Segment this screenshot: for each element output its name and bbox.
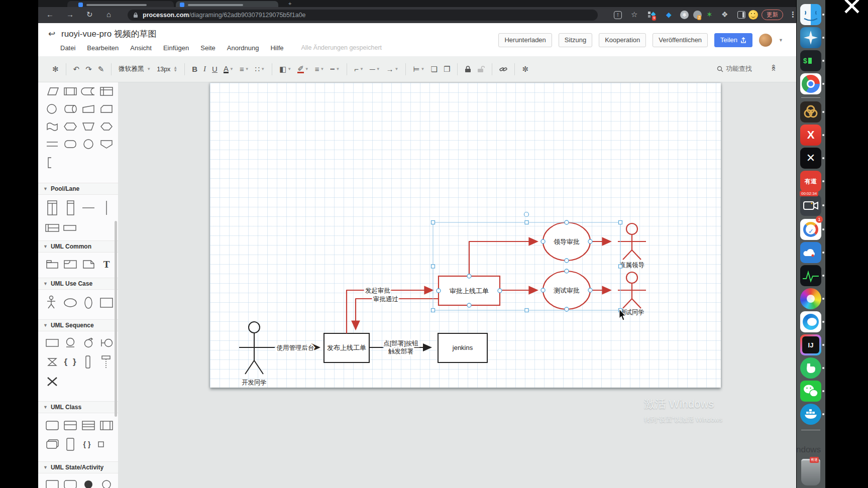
font-family-select[interactable]: 微软雅黑▼: [119, 65, 151, 73]
diagram-page[interactable]: [210, 83, 721, 388]
shape-class-side-compartment[interactable]: [98, 419, 115, 432]
line-dash-button[interactable]: ┅▼: [330, 65, 340, 74]
link-button[interactable]: [499, 66, 507, 73]
bring-forward-button[interactable]: ❏: [430, 65, 437, 74]
shape-internal-storage[interactable]: [98, 84, 115, 98]
dock-monitor-app-icon[interactable]: [800, 265, 821, 286]
menu-hilfe[interactable]: Hilfe: [270, 44, 283, 52]
section-uml-sequence[interactable]: ▼UML Sequence: [38, 319, 118, 331]
dock-cloud-app-icon[interactable]: [800, 242, 821, 263]
bookmark-star-icon[interactable]: ☆: [631, 10, 637, 19]
shape-card[interactable]: [98, 102, 115, 115]
new-tab-button[interactable]: +: [288, 1, 291, 7]
dock-edge-browser-icon[interactable]: [800, 311, 821, 332]
shape-horizontal-divider[interactable]: [80, 201, 96, 215]
shape-activation-bar[interactable]: [80, 353, 96, 371]
line-width-button[interactable]: ≡▼: [315, 65, 324, 73]
bold-button[interactable]: B: [192, 65, 197, 73]
dock-recorder-icon[interactable]: [800, 195, 821, 216]
shape-direct-data[interactable]: [62, 102, 78, 115]
dock-docker-icon[interactable]: [800, 404, 821, 425]
dock-intellij-icon[interactable]: IJ: [800, 334, 821, 355]
menu-bearbeiten[interactable]: Bearbeiten: [87, 44, 119, 52]
shape-actor[interactable]: [44, 294, 60, 311]
shape-circle-small[interactable]: [80, 137, 96, 151]
shape-initial-node[interactable]: [80, 477, 96, 488]
browser-tab[interactable]: [67, 1, 174, 7]
dock-finder-icon[interactable]: [800, 4, 821, 25]
shape-parallelogram[interactable]: [44, 84, 60, 98]
browser-menu-icon[interactable]: ⋮: [789, 10, 797, 19]
text-align-button[interactable]: ≡▼: [240, 65, 249, 73]
shape-state-rect2[interactable]: [62, 477, 78, 488]
shape-subject-rect[interactable]: [98, 296, 115, 310]
shape-class-2compartment[interactable]: [62, 419, 78, 432]
shape-note[interactable]: [80, 257, 96, 271]
shape-destroy-x[interactable]: [44, 375, 60, 388]
update-button[interactable]: 更新: [762, 10, 783, 20]
shape-bracket[interactable]: [44, 156, 60, 170]
section-uml-state-activity[interactable]: ▼UML State/Activity: [38, 461, 118, 473]
back-icon[interactable]: ←: [46, 10, 54, 19]
shape-rounded-rect[interactable]: [62, 137, 78, 151]
section-uml-common[interactable]: ▼UML Common: [38, 240, 118, 253]
magic-format-icon[interactable]: ✼: [522, 65, 528, 74]
shape-vertical-pool-1lane[interactable]: [62, 199, 78, 217]
cooperation-button[interactable]: Kooperation: [599, 33, 646, 47]
side-panel-icon[interactable]: [737, 11, 745, 19]
shape-wave-document[interactable]: [44, 119, 60, 133]
shape-manual-input[interactable]: [80, 102, 96, 115]
publish-button[interactable]: Veröffentlichen: [653, 33, 708, 47]
dock-pretzel-app-icon[interactable]: [800, 101, 821, 123]
shape-state-rect[interactable]: [44, 477, 60, 488]
emoji-avatar-icon[interactable]: [748, 10, 758, 20]
shape-trapezoid[interactable]: [80, 119, 96, 133]
shape-preparation[interactable]: [62, 119, 78, 133]
unlock-button[interactable]: [477, 66, 485, 73]
dock-wechat-icon[interactable]: [800, 381, 821, 402]
menu-datei[interactable]: Datei: [60, 44, 75, 52]
green-star-extension-icon[interactable]: ✶: [706, 10, 713, 19]
home-icon[interactable]: ⌂: [106, 10, 111, 19]
fill-color-button[interactable]: ◧▼: [279, 65, 291, 74]
shape-class-simple[interactable]: [44, 419, 60, 432]
underline-button[interactable]: U: [212, 65, 218, 73]
shape-entity[interactable]: [62, 336, 78, 349]
style-wand-icon[interactable]: ✻: [52, 65, 59, 74]
shape-text[interactable]: T: [98, 257, 115, 271]
reload-icon[interactable]: ↻: [86, 10, 93, 19]
section-uml-class[interactable]: ▼UML Class: [38, 401, 118, 413]
menu-ansicht[interactable]: Ansicht: [130, 44, 152, 52]
shape-small-square[interactable]: [95, 438, 106, 451]
puzzle-extensions-icon[interactable]: ❖: [721, 10, 728, 19]
shape-object-stack[interactable]: [44, 438, 60, 451]
shape-final-node[interactable]: [98, 477, 115, 488]
line-start-button[interactable]: ─▼: [370, 65, 380, 73]
shape-usecase-ellipse[interactable]: [62, 296, 78, 310]
line-color-button[interactable]: ✐▼: [297, 65, 309, 73]
dock-red-x-app-icon[interactable]: X: [800, 125, 821, 146]
sidebar-scrollbar[interactable]: [115, 221, 117, 417]
dock-color-wheel-app-icon[interactable]: [800, 288, 821, 309]
dock-capcut-icon[interactable]: ✕: [800, 148, 821, 169]
collapse-toolbar-icon[interactable]: ««: [770, 64, 779, 70]
dock-evernote-icon[interactable]: [800, 357, 821, 379]
shape-control[interactable]: [80, 336, 96, 349]
align-objects-button[interactable]: ⊨▼: [413, 65, 424, 74]
send-backward-button[interactable]: ❐: [444, 65, 450, 74]
undo-icon[interactable]: ↶: [73, 65, 80, 74]
dock-chrome-icon[interactable]: [800, 73, 821, 94]
lock-button[interactable]: [465, 66, 471, 73]
shape-predefined-process[interactable]: [62, 84, 78, 98]
download-button[interactable]: Herunterladen: [498, 33, 552, 47]
shape-brace-right[interactable]: }: [71, 355, 78, 369]
shape-duration[interactable]: [44, 355, 60, 369]
shape-horizontal-pool-1lane[interactable]: [62, 221, 78, 234]
shape-vertical-divider[interactable]: [98, 199, 115, 217]
shape-brace-left[interactable]: {: [62, 355, 69, 369]
section-uml-use-case[interactable]: ▼UML Use Case: [38, 278, 118, 290]
menu-seite[interactable]: Seite: [200, 44, 215, 52]
format-painter-icon[interactable]: ✎: [98, 65, 104, 74]
user-avatar[interactable]: [759, 34, 772, 47]
dock-youdao-icon[interactable]: 有道: [800, 171, 821, 192]
